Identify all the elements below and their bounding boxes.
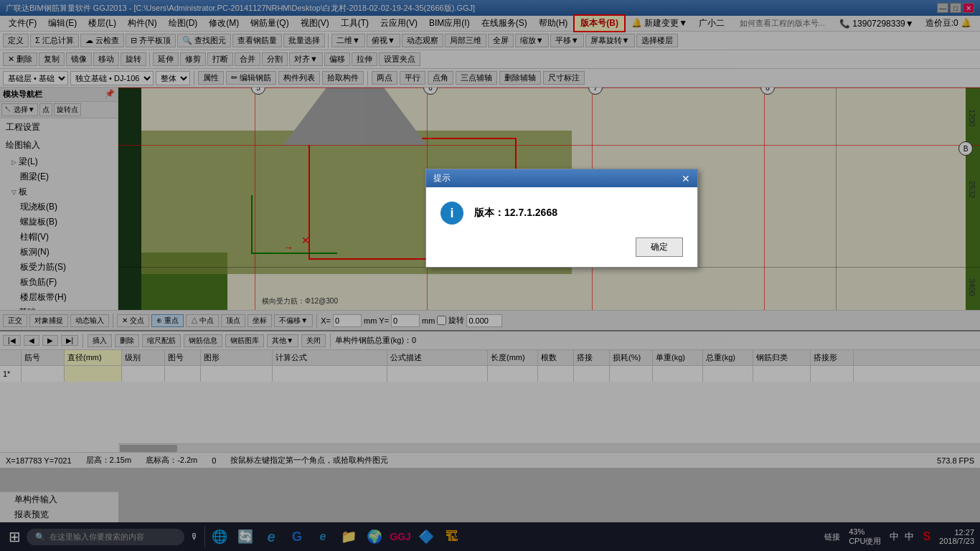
dialog-body: i 版本：12.7.1.2668 bbox=[426, 187, 697, 232]
modal-overlay[interactable]: 提示 ✕ i 版本：12.7.1.2668 确定 bbox=[0, 0, 980, 551]
dialog-title: 提示 ✕ bbox=[426, 169, 697, 187]
dialog-close-icon[interactable]: ✕ bbox=[682, 173, 690, 184]
dialog-ok-button[interactable]: 确定 bbox=[636, 237, 683, 257]
dialog-message: 版本：12.7.1.2668 bbox=[474, 207, 557, 220]
dialog-footer: 确定 bbox=[426, 232, 697, 267]
dialog-title-text: 提示 bbox=[433, 172, 451, 184]
info-icon-text: i bbox=[450, 206, 453, 221]
dialog: 提示 ✕ i 版本：12.7.1.2668 确定 bbox=[425, 169, 698, 268]
dialog-info-icon: i bbox=[440, 202, 463, 225]
